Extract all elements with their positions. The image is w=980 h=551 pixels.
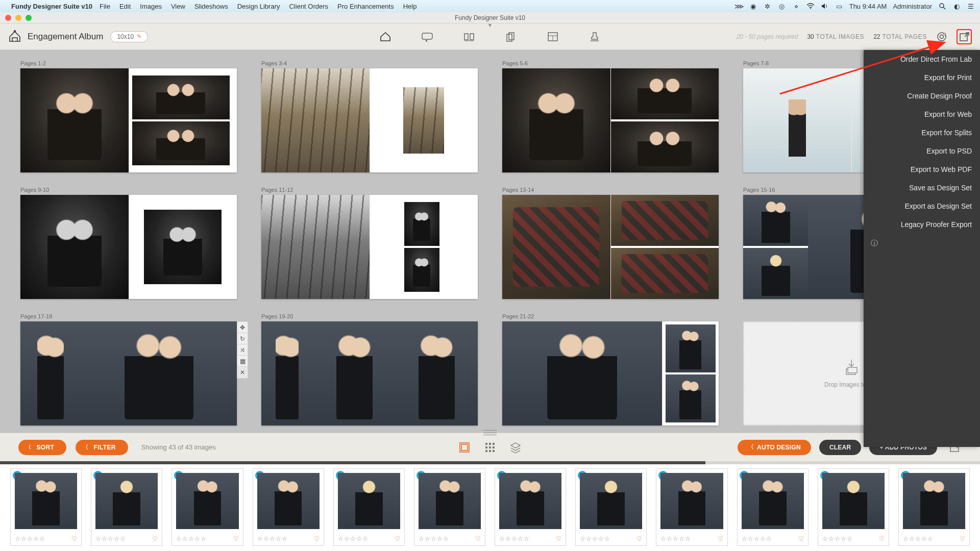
thumbnail-favorite-icon[interactable]: ♡ [636, 535, 642, 542]
thumbnail[interactable]: 1☆☆☆☆☆♡ [333, 468, 405, 546]
window-close-button[interactable] [5, 15, 11, 21]
menu-file[interactable]: File [100, 3, 110, 10]
thumbnail[interactable]: 1☆☆☆☆☆♡ [10, 468, 82, 546]
view-grid-active-icon[interactable] [459, 442, 470, 453]
bluetooth-icon[interactable]: ⋄ [792, 2, 800, 10]
thumbnail-favorite-icon[interactable]: ♡ [960, 535, 965, 542]
menu-pro-enhancements[interactable]: Pro Enhancements [337, 3, 394, 10]
thumbnail-strip[interactable]: 1☆☆☆☆☆♡1☆☆☆☆☆♡1☆☆☆☆☆♡1☆☆☆☆☆♡1☆☆☆☆☆♡1☆☆☆☆… [0, 461, 980, 551]
spread-move-icon[interactable]: ✥ [237, 322, 248, 333]
filter-button[interactable]: 〈FILTER [76, 440, 128, 455]
thumbnail-rating[interactable]: ☆☆☆☆☆ [742, 535, 772, 542]
spread[interactable]: Pages 9-10 [20, 187, 237, 299]
status-icon[interactable]: ◉ [749, 2, 757, 10]
menu-edit[interactable]: Edit [119, 3, 131, 10]
cards-mode-icon[interactable] [505, 31, 517, 43]
export-menu-item[interactable]: Create Design Proof [864, 87, 980, 105]
thumbnail-rating[interactable]: ☆☆☆☆☆ [95, 535, 126, 542]
thumbnail-rating[interactable]: ☆☆☆☆☆ [257, 535, 288, 542]
designer-mode-icon[interactable] [379, 31, 391, 43]
thumbnail[interactable]: 1☆☆☆☆☆♡ [737, 468, 808, 546]
spotlight-icon[interactable] [938, 2, 946, 10]
panel-resize-grip-icon[interactable] [483, 430, 497, 435]
export-menu-item[interactable]: Save as Design Set [864, 179, 980, 197]
spread[interactable]: Pages 17-18 ✥ ↻ ⤮ ▦ ✕ [20, 313, 237, 425]
spread-delete-icon[interactable]: ✕ [237, 367, 248, 378]
status-icon[interactable]: ◎ [778, 2, 786, 10]
proofer-icon[interactable] [936, 31, 947, 42]
thumbnail[interactable]: 1☆☆☆☆☆♡ [818, 468, 889, 546]
thumbnail-favorite-icon[interactable]: ♡ [71, 535, 77, 542]
thumbnail-rating[interactable]: ☆☆☆☆☆ [660, 535, 691, 542]
export-menu-item[interactable]: Export for Splits [864, 123, 980, 142]
thumbnail-rating[interactable]: ☆☆☆☆☆ [499, 535, 530, 542]
thumbnail-favorite-icon[interactable]: ♡ [233, 535, 239, 542]
spread[interactable]: Pages 11-12 [261, 187, 478, 299]
menu-view[interactable]: View [171, 3, 185, 10]
volume-icon[interactable] [821, 2, 829, 10]
thumbnail-rating[interactable]: ☆☆☆☆☆ [419, 535, 449, 542]
menu-help[interactable]: Help [403, 3, 417, 10]
thumbnail-favorite-icon[interactable]: ♡ [798, 535, 804, 542]
notification-center-icon[interactable]: ☰ [967, 2, 975, 10]
menu-images[interactable]: Images [140, 3, 162, 10]
chat-mode-icon[interactable] [421, 31, 433, 43]
status-icon[interactable]: ✲ [764, 2, 772, 10]
view-mosaic-icon[interactable] [484, 442, 496, 453]
thumbnail[interactable]: 1☆☆☆☆☆♡ [414, 468, 485, 546]
spread-shuffle-icon[interactable]: ⤮ [237, 344, 248, 356]
thumbnail-favorite-icon[interactable]: ♡ [879, 535, 885, 542]
spread-rotate-icon[interactable]: ↻ [237, 333, 248, 344]
spread[interactable]: Pages 3-4 [261, 60, 478, 172]
menubar-app-name[interactable]: Fundy Designer Suite v10 [11, 3, 92, 10]
layout-mode-icon[interactable] [547, 31, 559, 43]
spread[interactable]: Pages 5-6 [502, 60, 719, 172]
thumbnail[interactable]: 1☆☆☆☆☆♡ [253, 468, 324, 546]
status-icon[interactable]: ⋙ [735, 2, 743, 10]
window-maximize-button[interactable] [26, 15, 32, 21]
thumbnail-favorite-icon[interactable]: ♡ [556, 535, 561, 542]
export-menu-info-icon[interactable]: ⓘ [864, 234, 980, 253]
wifi-icon[interactable] [806, 2, 815, 10]
thumbnail-rating[interactable]: ☆☆☆☆☆ [15, 535, 45, 542]
export-button[interactable] [957, 29, 972, 44]
spread[interactable]: Pages 1-2 [20, 60, 237, 172]
thumbnail-rating[interactable]: ☆☆☆☆☆ [176, 535, 207, 542]
thumbnail[interactable]: 1☆☆☆☆☆♡ [898, 468, 970, 546]
menu-design-library[interactable]: Design Library [237, 3, 280, 10]
menubar-clock[interactable]: Thu 9:44 AM [849, 3, 887, 10]
spread[interactable]: Pages 19-20 [261, 313, 478, 425]
spread[interactable]: Pages 13-14 [502, 187, 719, 299]
thumbnail-favorite-icon[interactable]: ♡ [475, 535, 481, 542]
menubar-user[interactable]: Administrator [893, 3, 932, 10]
export-menu-item[interactable]: Order Direct From Lab [864, 50, 980, 68]
thumbnail-rating[interactable]: ☆☆☆☆☆ [580, 535, 610, 542]
clear-button[interactable]: CLEAR [819, 440, 862, 455]
auto-design-button[interactable]: 〈AUTO DESIGN [738, 440, 811, 455]
thumbnail-rating[interactable]: ☆☆☆☆☆ [903, 535, 934, 542]
wall-art-mode-icon[interactable] [463, 31, 475, 43]
thumbnail-rating[interactable]: ☆☆☆☆☆ [338, 535, 369, 542]
project-name[interactable]: Engagement Album [28, 32, 103, 42]
thumbnail[interactable]: 1☆☆☆☆☆♡ [495, 468, 566, 546]
window-minimize-button[interactable] [15, 15, 21, 21]
thumbnail-favorite-icon[interactable]: ♡ [395, 535, 400, 542]
export-menu-item[interactable]: Legacy Proofer Export [864, 215, 980, 234]
view-layers-icon[interactable] [510, 442, 521, 453]
thumbnail[interactable]: 1☆☆☆☆☆♡ [172, 468, 243, 546]
menu-client-orders[interactable]: Client Orders [289, 3, 328, 10]
toolbar-collapse-handle-icon[interactable]: ▼ [487, 22, 493, 28]
spread[interactable]: Pages 21-22 [502, 313, 719, 425]
export-menu-item[interactable]: Export as Design Set [864, 197, 980, 215]
album-size-badge[interactable]: 10x10 ✎ [110, 31, 148, 42]
siri-icon[interactable]: ◐ [952, 2, 961, 10]
export-menu-item[interactable]: Export for Web [864, 105, 980, 123]
thumbnail[interactable]: 1☆☆☆☆☆♡ [91, 468, 162, 546]
stamp-mode-icon[interactable] [589, 31, 601, 43]
spread-grid-icon[interactable]: ▦ [237, 356, 248, 367]
thumbnail-favorite-icon[interactable]: ♡ [718, 535, 723, 542]
display-icon[interactable]: ▭ [835, 2, 843, 10]
thumbnail-rating[interactable]: ☆☆☆☆☆ [822, 535, 853, 542]
sort-button[interactable]: 〈SORT [18, 440, 66, 455]
export-menu-item[interactable]: Export for Print [864, 68, 980, 87]
